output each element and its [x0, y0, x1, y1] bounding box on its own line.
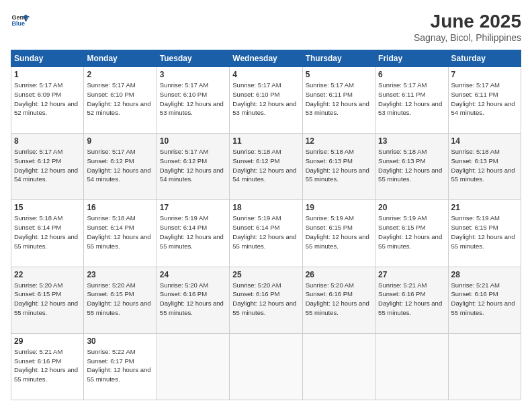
- day-number: 23: [87, 270, 153, 279]
- sunset-label: Sunset: 6:14 PM: [232, 224, 279, 231]
- header-saturday: Saturday: [448, 50, 521, 67]
- calendar-header-row: Sunday Monday Tuesday Wednesday Thursday…: [11, 50, 521, 67]
- sunset-label: Sunset: 6:11 PM: [451, 91, 498, 98]
- day-number: 26: [306, 270, 372, 279]
- table-row: 26 Sunrise: 5:20 AM Sunset: 6:16 PM Dayl…: [302, 267, 375, 333]
- table-row: [157, 333, 229, 400]
- table-row: 13 Sunrise: 5:18 AM Sunset: 6:13 PM Dayl…: [375, 134, 448, 200]
- subtitle: Sagnay, Bicol, Philippines: [414, 32, 521, 43]
- table-row: 20 Sunrise: 5:19 AM Sunset: 6:15 PM Dayl…: [375, 200, 448, 267]
- daylight-label: Daylight: 12 hours and 55 minutes.: [451, 233, 515, 250]
- daylight-label: Daylight: 12 hours and 55 minutes.: [306, 167, 369, 183]
- day-info: Sunrise: 5:20 AM Sunset: 6:16 PM Dayligh…: [160, 281, 226, 318]
- table-row: [448, 333, 521, 400]
- day-number: 4: [232, 70, 299, 79]
- sunset-label: Sunset: 6:12 PM: [232, 157, 279, 165]
- table-row: 22 Sunrise: 5:20 AM Sunset: 6:15 PM Dayl…: [11, 267, 84, 333]
- table-row: 14 Sunrise: 5:18 AM Sunset: 6:13 PM Dayl…: [448, 134, 521, 200]
- sunrise-label: Sunrise: 5:19 AM: [232, 214, 281, 222]
- sunrise-label: Sunrise: 5:19 AM: [160, 214, 208, 222]
- day-info: Sunrise: 5:22 AM Sunset: 6:17 PM Dayligh…: [87, 347, 153, 384]
- sunset-label: Sunset: 6:13 PM: [306, 157, 353, 165]
- sunrise-label: Sunrise: 5:20 AM: [232, 281, 281, 289]
- table-row: 6 Sunrise: 5:17 AM Sunset: 6:11 PM Dayli…: [375, 67, 448, 134]
- daylight-label: Daylight: 12 hours and 55 minutes.: [232, 233, 296, 250]
- day-info: Sunrise: 5:20 AM Sunset: 6:16 PM Dayligh…: [232, 281, 299, 318]
- day-number: 1: [14, 70, 81, 79]
- calendar-week-row: 15 Sunrise: 5:18 AM Sunset: 6:14 PM Dayl…: [11, 200, 521, 267]
- sunrise-label: Sunrise: 5:18 AM: [451, 148, 500, 155]
- sunset-label: Sunset: 6:16 PM: [306, 290, 353, 298]
- day-info: Sunrise: 5:20 AM Sunset: 6:16 PM Dayligh…: [306, 281, 372, 318]
- sunset-label: Sunset: 6:16 PM: [160, 290, 207, 298]
- sunrise-label: Sunrise: 5:20 AM: [14, 281, 62, 289]
- day-number: 3: [160, 70, 226, 79]
- daylight-label: Daylight: 12 hours and 53 minutes.: [160, 100, 224, 117]
- sunrise-label: Sunrise: 5:21 AM: [451, 281, 500, 289]
- table-row: 29 Sunrise: 5:21 AM Sunset: 6:16 PM Dayl…: [11, 333, 84, 400]
- sunrise-label: Sunrise: 5:17 AM: [160, 81, 208, 89]
- sunrise-label: Sunrise: 5:21 AM: [378, 281, 427, 289]
- day-number: 15: [14, 203, 81, 212]
- sunset-label: Sunset: 6:14 PM: [160, 224, 207, 231]
- day-number: 17: [160, 203, 226, 212]
- day-number: 5: [306, 70, 372, 79]
- daylight-label: Daylight: 12 hours and 55 minutes.: [451, 167, 515, 183]
- table-row: 21 Sunrise: 5:19 AM Sunset: 6:15 PM Dayl…: [448, 200, 521, 267]
- daylight-label: Daylight: 12 hours and 55 minutes.: [378, 233, 442, 250]
- table-row: 25 Sunrise: 5:20 AM Sunset: 6:16 PM Dayl…: [230, 267, 302, 333]
- daylight-label: Daylight: 12 hours and 54 minutes.: [232, 167, 296, 183]
- day-number: 10: [160, 136, 226, 146]
- header: General Blue June 2025 Sagnay, Bicol, Ph…: [11, 11, 521, 43]
- day-number: 7: [451, 70, 518, 79]
- calendar-week-row: 8 Sunrise: 5:17 AM Sunset: 6:12 PM Dayli…: [11, 134, 521, 200]
- daylight-label: Daylight: 12 hours and 54 minutes.: [451, 100, 515, 117]
- day-number: 25: [232, 270, 299, 279]
- day-info: Sunrise: 5:18 AM Sunset: 6:13 PM Dayligh…: [378, 147, 445, 184]
- day-info: Sunrise: 5:20 AM Sunset: 6:15 PM Dayligh…: [87, 281, 153, 318]
- daylight-label: Daylight: 12 hours and 55 minutes.: [451, 300, 515, 316]
- day-number: 12: [306, 136, 372, 146]
- sunrise-label: Sunrise: 5:17 AM: [14, 81, 62, 89]
- daylight-label: Daylight: 12 hours and 55 minutes.: [87, 233, 150, 250]
- sunset-label: Sunset: 6:11 PM: [378, 91, 425, 98]
- sunrise-label: Sunrise: 5:19 AM: [451, 214, 500, 222]
- sunrise-label: Sunrise: 5:18 AM: [14, 214, 62, 222]
- sunset-label: Sunset: 6:12 PM: [14, 157, 61, 165]
- daylight-label: Daylight: 12 hours and 55 minutes.: [306, 233, 369, 250]
- day-info: Sunrise: 5:17 AM Sunset: 6:11 PM Dayligh…: [451, 81, 518, 118]
- day-number: 2: [87, 70, 153, 79]
- sunset-label: Sunset: 6:17 PM: [87, 357, 134, 365]
- sunrise-label: Sunrise: 5:22 AM: [87, 348, 135, 355]
- sunset-label: Sunset: 6:16 PM: [378, 290, 425, 298]
- daylight-label: Daylight: 12 hours and 52 minutes.: [14, 100, 78, 117]
- table-row: 30 Sunrise: 5:22 AM Sunset: 6:17 PM Dayl…: [84, 333, 157, 400]
- sunrise-label: Sunrise: 5:18 AM: [232, 148, 281, 155]
- sunrise-label: Sunrise: 5:19 AM: [306, 214, 354, 222]
- title-block: June 2025 Sagnay, Bicol, Philippines: [414, 11, 521, 43]
- sunset-label: Sunset: 6:15 PM: [306, 224, 353, 231]
- table-row: 4 Sunrise: 5:17 AM Sunset: 6:10 PM Dayli…: [230, 67, 302, 134]
- day-number: 19: [306, 203, 372, 212]
- day-info: Sunrise: 5:17 AM Sunset: 6:09 PM Dayligh…: [14, 81, 81, 118]
- daylight-label: Daylight: 12 hours and 53 minutes.: [232, 100, 296, 117]
- header-monday: Monday: [84, 50, 157, 67]
- day-number: 21: [451, 203, 518, 212]
- sunrise-label: Sunrise: 5:17 AM: [87, 148, 135, 155]
- day-info: Sunrise: 5:18 AM Sunset: 6:14 PM Dayligh…: [14, 214, 81, 250]
- day-number: 20: [378, 203, 445, 212]
- sunset-label: Sunset: 6:15 PM: [14, 290, 61, 298]
- day-number: 16: [87, 203, 153, 212]
- day-info: Sunrise: 5:18 AM Sunset: 6:14 PM Dayligh…: [87, 214, 153, 250]
- day-info: Sunrise: 5:19 AM Sunset: 6:15 PM Dayligh…: [451, 214, 518, 250]
- daylight-label: Daylight: 12 hours and 54 minutes.: [87, 167, 150, 183]
- table-row: 2 Sunrise: 5:17 AM Sunset: 6:10 PM Dayli…: [84, 67, 157, 134]
- day-info: Sunrise: 5:20 AM Sunset: 6:15 PM Dayligh…: [14, 281, 81, 318]
- header-thursday: Thursday: [302, 50, 375, 67]
- sunset-label: Sunset: 6:09 PM: [14, 91, 61, 98]
- sunset-label: Sunset: 6:15 PM: [451, 224, 498, 231]
- daylight-label: Daylight: 12 hours and 55 minutes.: [378, 167, 442, 183]
- sunrise-label: Sunrise: 5:17 AM: [306, 81, 354, 89]
- main-title: June 2025: [414, 11, 521, 32]
- daylight-label: Daylight: 12 hours and 55 minutes.: [14, 300, 78, 316]
